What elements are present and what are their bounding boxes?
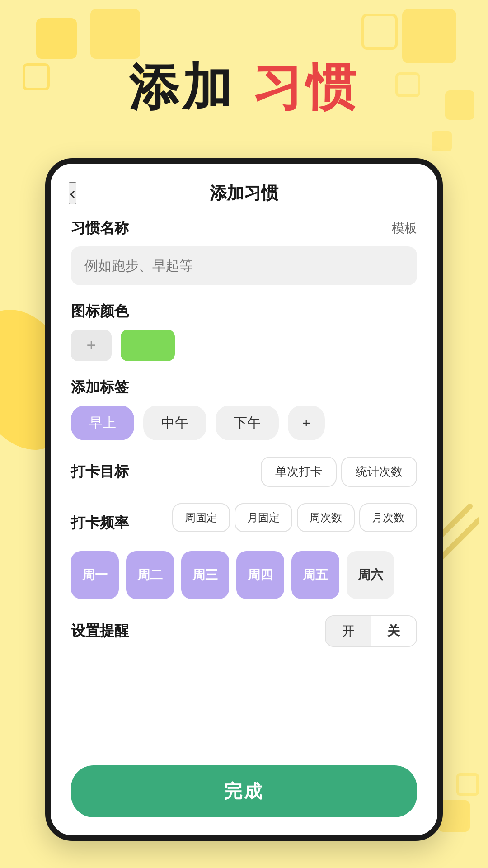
screen-header: ‹ 添加习惯: [51, 164, 437, 214]
reminder-label: 设置提醒: [71, 621, 129, 641]
title-black: 添加: [129, 59, 235, 115]
freq-tab-week-count[interactable]: 周次数: [297, 503, 355, 532]
freq-tab-month-fixed[interactable]: 月固定: [235, 503, 292, 532]
tag-add-button[interactable]: +: [288, 406, 325, 440]
phone-screen: ‹ 添加习惯 习惯名称 模板 图标颜色 +: [51, 164, 437, 835]
page-title-area: 添加 习惯: [0, 54, 488, 122]
habit-name-input[interactable]: [71, 246, 417, 285]
day-wed[interactable]: 周三: [181, 551, 229, 599]
day-tue[interactable]: 周二: [126, 551, 174, 599]
reminder-on-btn[interactable]: 开: [326, 616, 371, 646]
tag-afternoon[interactable]: 下午: [216, 406, 279, 440]
days-row: 周一 周二 周三 周四 周五 周六 周日: [71, 551, 417, 599]
screen-body: 习惯名称 模板 图标颜色 + 添加标: [51, 214, 437, 755]
checkin-frequency-header: 打卡频率 周固定 月固定 周次数 月次数: [71, 503, 417, 543]
reminder-section: 设置提醒 开 关: [71, 615, 417, 647]
reminder-off-btn[interactable]: 关: [371, 616, 416, 646]
checkin-frequency-section: 打卡频率 周固定 月固定 周次数 月次数 周一 周二 周三 周四 周五 周六 周…: [71, 503, 417, 599]
freq-tab-week-fixed[interactable]: 周固定: [172, 503, 230, 532]
day-mon[interactable]: 周一: [71, 551, 119, 599]
template-action[interactable]: 模板: [392, 220, 417, 237]
icon-color-row: +: [71, 330, 417, 361]
day-fri[interactable]: 周五: [291, 551, 339, 599]
checkin-frequency-label: 打卡频率: [71, 513, 129, 533]
icon-color-section: 图标颜色 +: [71, 302, 417, 361]
plus-icon: +: [86, 336, 96, 355]
complete-button[interactable]: 完成: [71, 765, 417, 817]
tags-header: 添加标签: [71, 377, 417, 397]
day-sat[interactable]: 周六: [347, 551, 394, 599]
frequency-tabs: 周固定 月固定 周次数 月次数: [172, 503, 417, 532]
checkin-goal-label: 打卡目标: [71, 462, 129, 482]
icon-color-header: 图标颜色: [71, 302, 417, 321]
single-checkin-btn[interactable]: 单次打卡: [261, 457, 337, 487]
icon-add-button[interactable]: +: [71, 330, 112, 361]
phone-mockup: ‹ 添加习惯 习惯名称 模板 图标颜色 +: [45, 158, 443, 841]
tags-section: 添加标签 早上 中午 下午 +: [71, 377, 417, 440]
checkin-goal-header: 打卡目标 单次打卡 统计次数: [71, 457, 417, 487]
checkin-goal-section: 打卡目标 单次打卡 统计次数: [71, 457, 417, 487]
reminder-toggle: 开 关: [325, 615, 417, 647]
habit-name-header: 习惯名称 模板: [71, 218, 417, 238]
habit-name-label: 习惯名称: [71, 218, 129, 238]
back-button[interactable]: ‹: [69, 182, 76, 204]
day-thu[interactable]: 周四: [236, 551, 284, 599]
tag-morning[interactable]: 早上: [71, 406, 134, 440]
tags-label: 添加标签: [71, 377, 129, 397]
habit-name-section: 习惯名称 模板: [71, 218, 417, 285]
color-swatch-green[interactable]: [121, 330, 175, 361]
icon-color-label: 图标颜色: [71, 302, 129, 321]
title-red: 习惯: [253, 59, 359, 115]
complete-btn-area: 完成: [51, 755, 437, 835]
checkin-goal-toggle: 单次打卡 统计次数: [261, 457, 417, 487]
reminder-header: 设置提醒 开 关: [71, 615, 417, 647]
tag-noon[interactable]: 中午: [143, 406, 206, 440]
freq-tab-month-count[interactable]: 月次数: [359, 503, 417, 532]
count-checkin-btn[interactable]: 统计次数: [341, 457, 417, 487]
tags-row: 早上 中午 下午 +: [71, 406, 417, 440]
screen-title: 添加习惯: [210, 182, 278, 205]
